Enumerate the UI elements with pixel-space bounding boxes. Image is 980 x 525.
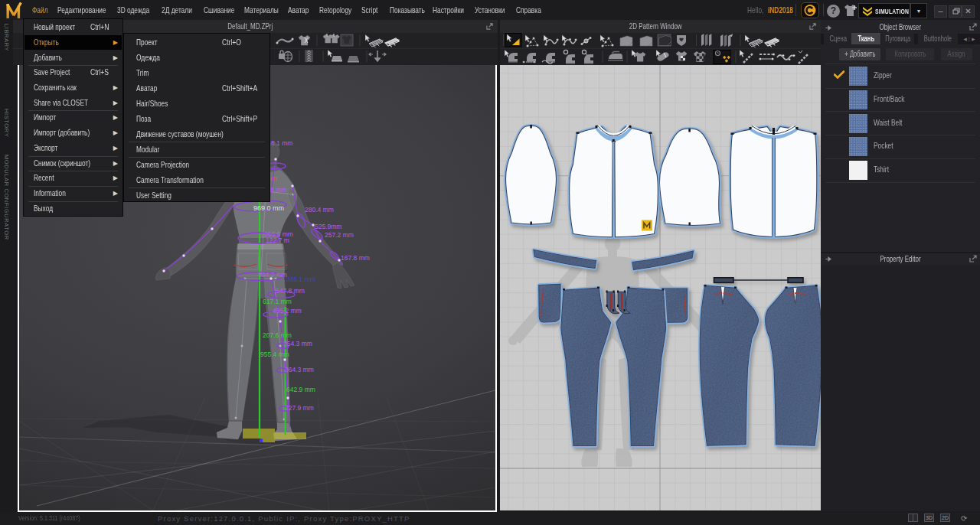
- svg-text:955.4 mm: 955.4 mm: [260, 351, 289, 358]
- svg-text:495.2 mm: 495.2 mm: [273, 307, 302, 315]
- svg-text:365.1 mm: 365.1 mm: [286, 276, 315, 283]
- svg-text:394.2 mm: 394.2 mm: [258, 271, 287, 279]
- svg-text:547.8 mm: 547.8 mm: [276, 287, 305, 295]
- svg-text:280.4 mm: 280.4 mm: [305, 206, 334, 214]
- svg-text:354.3 mm: 354.3 mm: [283, 340, 312, 347]
- svg-text:969.0 mm: 969.0 mm: [253, 204, 284, 212]
- svg-text:227.9 mm: 227.9 mm: [285, 404, 314, 412]
- svg-text:642.9 mm: 642.9 mm: [286, 386, 315, 393]
- svg-text:257.2 mm: 257.2 mm: [325, 231, 354, 239]
- svg-text:122.7 m: 122.7 m: [266, 236, 289, 244]
- svg-text:207.6 mm: 207.6 mm: [263, 331, 292, 339]
- svg-text:364.3 mm: 364.3 mm: [285, 366, 314, 373]
- svg-text:167.8 mm: 167.8 mm: [341, 254, 370, 262]
- svg-text:617.1 mm: 617.1 mm: [263, 298, 292, 305]
- svg-text:8.1 mm: 8.1 mm: [271, 139, 292, 147]
- svg-text:525.9mm: 525.9mm: [315, 223, 341, 230]
